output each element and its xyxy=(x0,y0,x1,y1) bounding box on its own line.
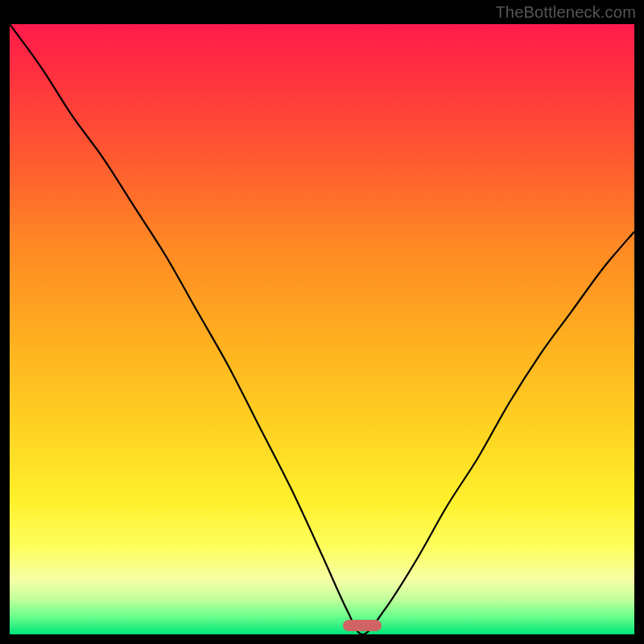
curve-layer xyxy=(10,24,634,634)
optimum-marker xyxy=(343,620,382,631)
chart-stage: TheBottleneck.com xyxy=(0,0,644,644)
watermark-text: TheBottleneck.com xyxy=(495,3,636,22)
bottleneck-curve xyxy=(10,24,634,634)
chart-plot-area xyxy=(10,24,634,634)
